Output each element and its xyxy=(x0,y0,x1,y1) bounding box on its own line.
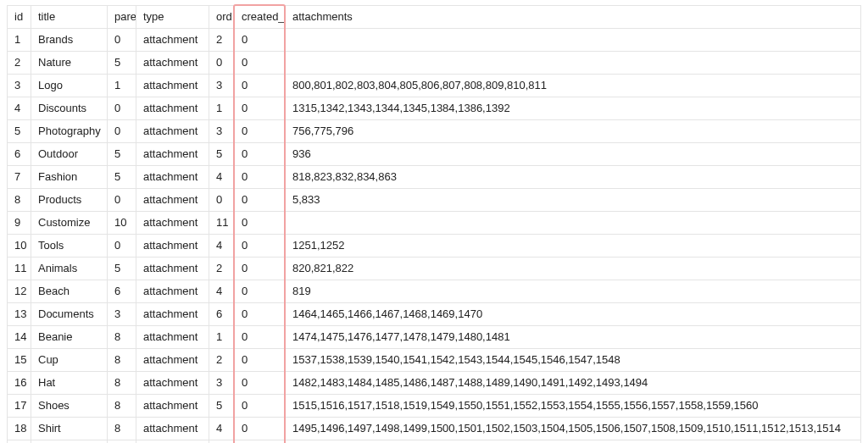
cell-type: attachment xyxy=(136,418,209,440)
cell-ord: 1 xyxy=(209,97,235,120)
cell-type: attachment xyxy=(136,166,209,189)
col-header-ord: ord xyxy=(209,6,235,29)
cell-title: Beanie xyxy=(31,326,108,349)
cell-id: 4 xyxy=(8,97,31,120)
table-row: 4Discounts0attachment101315,1342,1343,13… xyxy=(8,97,861,120)
cell-type: attachment xyxy=(136,303,209,326)
cell-id: 9 xyxy=(8,212,31,235)
table-row: 15Cup8attachment201537,1538,1539,1540,15… xyxy=(8,349,861,372)
cell-ord: 5 xyxy=(209,395,235,418)
cell-created_by: 0 xyxy=(235,189,286,212)
table-row: 3Logo1attachment30800,801,802,803,804,80… xyxy=(8,75,861,97)
cell-parent: 0 xyxy=(108,235,136,257)
cell-type: attachment xyxy=(136,212,209,235)
cell-parent: 0 xyxy=(108,189,136,212)
cell-ord: 1 xyxy=(209,326,235,349)
cell-attachments: 5,833 xyxy=(286,189,861,212)
cell-title: Outdoor xyxy=(31,143,108,166)
cell-ord: 4 xyxy=(209,280,235,303)
cell-type: attachment xyxy=(136,52,209,75)
cell-id: 10 xyxy=(8,235,31,257)
cell-type: attachment xyxy=(136,326,209,349)
cell-type: attachment xyxy=(136,257,209,280)
cell-created_by: 0 xyxy=(235,143,286,166)
cell-created_by: 0 xyxy=(235,418,286,440)
cell-type: attachment xyxy=(136,120,209,143)
table-row: 1Brands0attachment20 xyxy=(8,29,861,52)
cell-created_by: 0 xyxy=(235,395,286,418)
cell-created_by: 0 xyxy=(235,280,286,303)
cell-id: 19 xyxy=(8,440,31,444)
cell-attachments xyxy=(286,212,861,235)
cell-id: 1 xyxy=(8,29,31,52)
cell-title: Shoes xyxy=(31,395,108,418)
table-row: 10Tools0attachment401251,1252 xyxy=(8,235,861,257)
cell-id: 16 xyxy=(8,372,31,395)
cell-attachments: 1537,1538,1539,1540,1541,1542,1543,1544,… xyxy=(286,349,861,372)
cell-created_by: 0 xyxy=(235,372,286,395)
cell-type: attachment xyxy=(136,235,209,257)
data-table: id title parent type ord created_by atta… xyxy=(7,5,861,443)
cell-title: Tools xyxy=(31,235,108,257)
cell-parent: 1 xyxy=(108,75,136,97)
col-header-parent: parent xyxy=(108,6,136,29)
cell-ord: 3 xyxy=(209,75,235,97)
cell-attachments: 1474,1475,1476,1477,1478,1479,1480,1481 xyxy=(286,326,861,349)
cell-title: Customize xyxy=(31,212,108,235)
cell-parent: 5 xyxy=(108,52,136,75)
cell-title: Socks xyxy=(31,440,108,444)
cell-created_by: 0 xyxy=(235,303,286,326)
header-row: id title parent type ord created_by atta… xyxy=(8,6,861,29)
cell-created_by: 0 xyxy=(235,257,286,280)
cell-attachments: 756,775,796 xyxy=(286,120,861,143)
cell-ord: 4 xyxy=(209,418,235,440)
cell-type: attachment xyxy=(136,29,209,52)
cell-title: Fashion xyxy=(31,166,108,189)
cell-title: Hat xyxy=(31,372,108,395)
cell-created_by: 0 xyxy=(235,326,286,349)
cell-id: 3 xyxy=(8,75,31,97)
cell-attachments: 1495,1496,1497,1498,1499,1500,1501,1502,… xyxy=(286,418,861,440)
table-row: 6Outdoor5attachment50936 xyxy=(8,143,861,166)
cell-id: 17 xyxy=(8,395,31,418)
cell-attachments: 1520,1521,1522,1523,1524 xyxy=(286,440,861,444)
table-row: 17Shoes8attachment501515,1516,1517,1518,… xyxy=(8,395,861,418)
cell-parent: 6 xyxy=(108,280,136,303)
cell-parent: 8 xyxy=(108,349,136,372)
table-row: 8Products0attachment005,833 xyxy=(8,189,861,212)
table-row: 2Nature5attachment00 xyxy=(8,52,861,75)
table-row: 7Fashion5attachment40818,823,832,834,863 xyxy=(8,166,861,189)
cell-attachments: 1251,1252 xyxy=(286,235,861,257)
col-header-attachments: attachments xyxy=(286,6,861,29)
col-header-created-by: created_by xyxy=(235,6,286,29)
cell-title: Documents xyxy=(31,303,108,326)
table-row: 16Hat8attachment301482,1483,1484,1485,14… xyxy=(8,372,861,395)
cell-ord: 3 xyxy=(209,120,235,143)
table-row: 18Shirt8attachment401495,1496,1497,1498,… xyxy=(8,418,861,440)
cell-title: Beach xyxy=(31,280,108,303)
cell-title: Brands xyxy=(31,29,108,52)
cell-parent: 8 xyxy=(108,418,136,440)
cell-parent: 0 xyxy=(108,120,136,143)
cell-ord: 2 xyxy=(209,349,235,372)
cell-attachments xyxy=(286,29,861,52)
cell-created_by: 0 xyxy=(235,235,286,257)
cell-created_by: 0 xyxy=(235,29,286,52)
cell-title: Photography xyxy=(31,120,108,143)
cell-ord: 11 xyxy=(209,212,235,235)
cell-id: 7 xyxy=(8,166,31,189)
cell-attachments: 1482,1483,1484,1485,1486,1487,1488,1489,… xyxy=(286,372,861,395)
cell-title: Cup xyxy=(31,349,108,372)
cell-created_by: 0 xyxy=(235,97,286,120)
cell-ord: 0 xyxy=(209,52,235,75)
cell-type: attachment xyxy=(136,372,209,395)
cell-type: attachment xyxy=(136,143,209,166)
cell-type: attachment xyxy=(136,440,209,444)
cell-parent: 8 xyxy=(108,326,136,349)
cell-ord: 0 xyxy=(209,189,235,212)
cell-parent: 8 xyxy=(108,395,136,418)
table-row: 12Beach6attachment40819 xyxy=(8,280,861,303)
cell-created_by: 0 xyxy=(235,75,286,97)
cell-attachments: 820,821,822 xyxy=(286,257,861,280)
table-row: 5Photography0attachment30756,775,796 xyxy=(8,120,861,143)
